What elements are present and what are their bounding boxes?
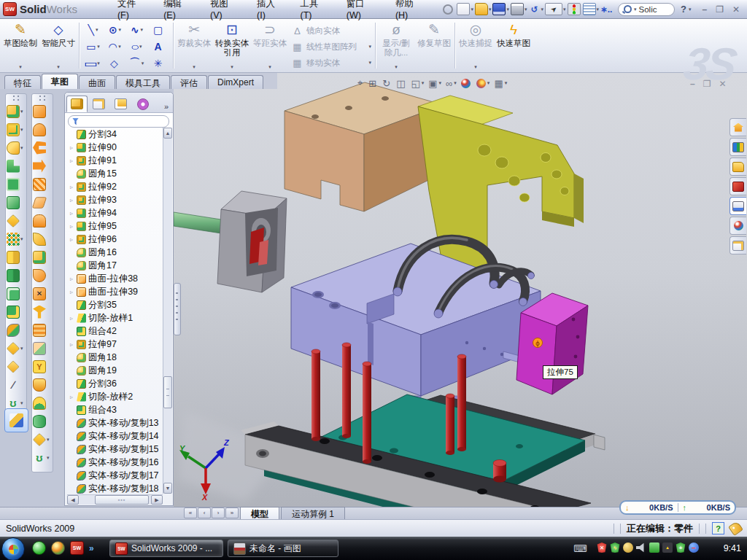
surface-toolbar-button[interactable]	[33, 394, 52, 412]
tray-icon[interactable]: −	[689, 542, 699, 553]
heads-up-icon[interactable]: ⊞	[368, 78, 379, 89]
feature-toolbar-button[interactable]	[7, 266, 26, 284]
tree-item[interactable]: 分割36	[66, 377, 163, 390]
tree-item[interactable]: ▹ 拉伸90	[66, 141, 163, 154]
sketch-entity-button[interactable]: ▭▾	[82, 41, 104, 52]
surface-toolbar-button[interactable]	[33, 303, 52, 321]
toolbar-icon[interactable]: ➤	[545, 3, 562, 15]
toolbar-icon[interactable]	[443, 4, 453, 15]
feature-toolbar-button[interactable]: ▾	[7, 339, 26, 357]
minimize-button[interactable]: –	[702, 4, 707, 15]
surfaces-toolbar[interactable]: ✕ Y	[31, 93, 53, 472]
sketch-entity-button[interactable]: ✳	[148, 58, 170, 69]
command-tab[interactable]: 曲面	[79, 75, 115, 89]
scroll-left-button[interactable]: ◀	[67, 495, 79, 505]
command-tab[interactable]: DimXpert	[208, 75, 263, 89]
surface-toolbar-button[interactable]: ✕	[33, 284, 52, 303]
surface-toolbar-button[interactable]	[33, 321, 52, 339]
task-pane-tab[interactable]	[729, 138, 746, 156]
configurationmanager-tab[interactable]	[110, 96, 131, 112]
toolbar-icon[interactable]	[511, 3, 524, 15]
clock[interactable]: 9:41	[724, 543, 741, 553]
toolbar-icon[interactable]	[583, 3, 596, 15]
toolbar-drag-handle[interactable]	[13, 96, 19, 101]
sketch-tool-row-button[interactable]: ∆ 镜向实体	[289, 23, 374, 39]
start-button[interactable]	[1, 537, 25, 560]
document-tab[interactable]: 运动算例 1	[281, 507, 345, 519]
expand-arrow-icon[interactable]: ▹	[69, 341, 74, 348]
tree-item[interactable]: 圆角17	[66, 259, 163, 272]
document-tab[interactable]: 模型	[240, 507, 279, 519]
measure-button-pressed[interactable]	[4, 408, 28, 432]
task-pane-tab[interactable]	[729, 158, 746, 176]
dimxpertmanager-tab[interactable]	[132, 96, 153, 112]
quick-launch-overflow-button[interactable]: »	[89, 543, 94, 553]
convert-entities-button[interactable]: ⊡ 转换实体引用 ▾	[213, 20, 251, 71]
expand-arrow-icon[interactable]: ▹	[69, 158, 74, 164]
surface-toolbar-button[interactable]	[33, 412, 52, 430]
restore-button[interactable]: ❐	[716, 4, 724, 15]
tree-item[interactable]: 分割34	[66, 128, 163, 141]
tree-item[interactable]: ▹ 拉伸94	[66, 206, 163, 219]
surface-toolbar-button[interactable]	[33, 193, 52, 211]
messenger-quick-icon[interactable]	[32, 541, 46, 555]
part-slide-block[interactable]	[217, 191, 287, 292]
expand-arrow-icon[interactable]: ▹	[69, 223, 74, 230]
tree-item[interactable]: 实体-移动/复制16	[66, 456, 163, 469]
sketch-entity-button[interactable]: ▭▾	[82, 58, 104, 69]
feature-toolbar-button[interactable]	[7, 248, 26, 266]
tray-icon[interactable]: ϟ	[610, 542, 620, 553]
tree-item[interactable]: 实体-移动/复制14	[66, 429, 163, 443]
quick-tips-help-icon[interactable]: ?	[712, 522, 724, 534]
feature-toolbar-button[interactable]: ▾	[7, 230, 26, 248]
expand-arrow-icon[interactable]: ▹	[69, 276, 74, 282]
sketch-tool-row-button[interactable]: ▦ 线性草图阵列 ▾	[289, 39, 374, 55]
scroll-down-button[interactable]: ▼	[163, 483, 172, 494]
tree-item[interactable]: ▹ 曲面-拉伸39	[66, 285, 163, 298]
feature-toolbar-button[interactable]	[7, 303, 26, 321]
tab-nav-last-button[interactable]: »	[225, 508, 239, 518]
help-button[interactable]: ?	[679, 4, 688, 15]
toolbar-icon[interactable]: ∗..	[600, 4, 612, 15]
surface-toolbar-button[interactable]: Y	[33, 357, 52, 376]
sketch-entity-button[interactable]: ⌒▾	[126, 57, 148, 70]
tray-icon[interactable]: +	[676, 542, 686, 553]
scroll-thumb[interactable]	[163, 376, 172, 408]
tree-item[interactable]: ▹ 曲面-拉伸38	[66, 272, 163, 285]
feature-toolbar-button[interactable]	[7, 157, 26, 175]
toolbar-icon[interactable]	[457, 3, 470, 15]
search-caret-icon[interactable]: ▾	[633, 7, 638, 12]
surface-toolbar-button[interactable]	[33, 266, 52, 284]
surface-toolbar-button[interactable]	[33, 120, 52, 139]
surface-toolbar-button[interactable]	[33, 339, 52, 357]
tree-item[interactable]: 组合42	[66, 324, 163, 338]
part-top-clamp-plate[interactable]	[285, 82, 444, 211]
expand-arrow-icon[interactable]: ▹	[69, 394, 74, 400]
command-tab[interactable]: 草图	[42, 74, 78, 89]
sketch-entity-button[interactable]: ◠▾	[104, 41, 126, 52]
offset-entities-button[interactable]: ⊃ 等距实体 ▾	[251, 20, 289, 71]
menu-item[interactable]: 编辑(E)	[154, 0, 201, 23]
hscroll-thumb[interactable]: ▪▪▪	[95, 495, 149, 505]
help-caret-icon[interactable]: ▾	[688, 7, 692, 12]
task-pane-tab[interactable]	[729, 236, 746, 254]
command-tab[interactable]: 评估	[171, 75, 207, 89]
heads-up-icon[interactable]: ⌖	[357, 77, 365, 89]
surface-toolbar-button[interactable]	[33, 230, 52, 248]
heads-up-icon[interactable]: ↻	[382, 78, 392, 89]
heads-up-icon[interactable]: ∞▾	[446, 78, 457, 89]
scroll-right-button[interactable]: ▶	[151, 495, 163, 505]
tree-item[interactable]: 组合43	[66, 403, 163, 416]
command-tab[interactable]: 特征	[4, 75, 41, 89]
menu-item[interactable]: 文件(F)	[108, 0, 154, 23]
taskbar-button-solidworks[interactable]: SW SolidWorks 2009 - ...	[109, 540, 223, 557]
heads-up-icon[interactable]	[461, 79, 473, 88]
expand-arrow-icon[interactable]: ▹	[69, 289, 74, 295]
menu-item[interactable]: 视图(V)	[201, 0, 247, 23]
tree-item[interactable]: 实体-移动/复制17	[66, 469, 163, 482]
expand-arrow-icon[interactable]: ▹	[69, 184, 74, 190]
network-speed-widget[interactable]: ↓ 0KB/S ↑ 0KB/S	[619, 500, 736, 515]
feature-toolbar-button[interactable]: ▾	[7, 102, 26, 120]
featuremanager-tree-tab[interactable]	[66, 96, 88, 112]
toolbar-icon[interactable]: ↺	[528, 4, 540, 15]
